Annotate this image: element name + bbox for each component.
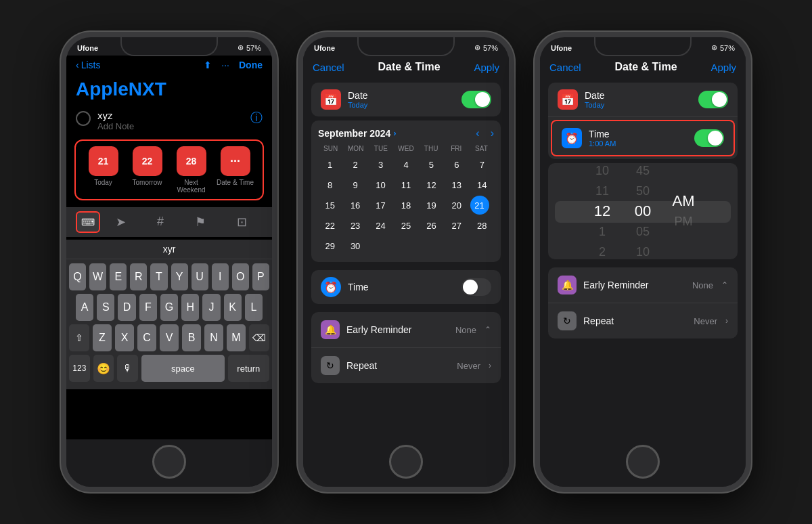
key-h[interactable]: H [181, 294, 199, 321]
key-l[interactable]: L [245, 294, 263, 321]
time-2: 12:30 AM [386, 43, 424, 53]
date-toggle-3[interactable] [698, 91, 728, 108]
key-space[interactable]: space [141, 355, 225, 382]
cancel-button-3[interactable]: Cancel [549, 62, 581, 73]
key-e[interactable]: E [110, 263, 127, 290]
key-a[interactable]: A [76, 294, 93, 321]
cal-day-15[interactable]: 15 [318, 196, 342, 215]
key-w[interactable]: W [89, 263, 106, 290]
apply-button-2[interactable]: Apply [474, 62, 499, 73]
key-shift[interactable]: ⇧ [69, 324, 89, 351]
cal-day-8[interactable]: 8 [318, 175, 342, 194]
picker-hour-3: 2 [582, 242, 623, 259]
cal-day-6[interactable]: 6 [445, 155, 468, 174]
time-toggle-3[interactable] [694, 129, 724, 147]
key-x[interactable]: X [115, 324, 134, 351]
key-j[interactable]: J [202, 294, 220, 321]
cal-day-21[interactable]: 21 [470, 196, 489, 215]
home-button-1[interactable] [152, 445, 186, 479]
more-icon[interactable]: ··· [221, 60, 229, 70]
cal-day-13[interactable]: 13 [445, 175, 468, 194]
cal-day-17[interactable]: 17 [369, 196, 392, 215]
cal-day-14[interactable]: 14 [470, 175, 494, 194]
cal-day-26[interactable]: 26 [420, 216, 443, 235]
key-m[interactable]: M [227, 324, 246, 351]
shortcut-tomorrow[interactable]: 22 Tomorrow [128, 146, 166, 194]
cal-day-1[interactable]: 1 [318, 155, 342, 174]
key-u[interactable]: U [191, 263, 208, 290]
screen-2: Cancel Date & Time Apply 📅 Date Today Se… [303, 56, 509, 439]
cal-day-9[interactable]: 9 [343, 175, 367, 194]
cal-day-7[interactable]: 7 [470, 155, 494, 174]
key-z[interactable]: Z [93, 324, 112, 351]
key-backspace[interactable]: ⌫ [249, 324, 269, 351]
cal-day-5[interactable]: 5 [420, 155, 443, 174]
shortcut-today[interactable]: 21 Today [84, 146, 122, 194]
share-icon[interactable]: ⬆ [204, 60, 212, 70]
send-icon[interactable]: ➤ [116, 215, 126, 230]
time-toggle-2[interactable] [461, 278, 491, 296]
repeat-row-2[interactable]: ↻ Repeat Never › [311, 348, 501, 383]
flag-icon[interactable]: ⚑ [195, 215, 206, 230]
time-row-3: ⏰ Time 1:00 AM [551, 120, 735, 156]
back-button-1[interactable]: ‹ Lists [76, 60, 100, 70]
key-return[interactable]: return [228, 355, 269, 382]
key-v[interactable]: V [160, 324, 179, 351]
key-r[interactable]: R [130, 263, 147, 290]
cal-day-3[interactable]: 3 [369, 155, 392, 174]
cal-day-11[interactable]: 11 [394, 175, 418, 194]
key-g[interactable]: G [160, 294, 178, 321]
cal-day-28[interactable]: 28 [470, 216, 494, 235]
cal-day-23[interactable]: 23 [343, 216, 367, 235]
cal-day-16[interactable]: 16 [343, 196, 367, 215]
cal-day-2[interactable]: 2 [343, 155, 367, 174]
cal-day-10[interactable]: 10 [369, 175, 392, 194]
key-d[interactable]: D [118, 294, 135, 321]
key-y[interactable]: Y [171, 263, 188, 290]
repeat-row-3[interactable]: ↻ Repeat Never › [548, 303, 738, 339]
camera-icon[interactable]: ⊡ [237, 215, 247, 230]
keyboard-icon[interactable]: ⌨ [76, 211, 100, 233]
key-q[interactable]: Q [69, 263, 86, 290]
done-button-1[interactable]: Done [239, 60, 263, 70]
apply-button-3[interactable]: Apply [710, 62, 736, 73]
cal-day-20[interactable]: 20 [445, 196, 468, 215]
cal-day-27[interactable]: 27 [445, 216, 468, 235]
key-o[interactable]: O [232, 263, 249, 290]
cal-next-btn[interactable]: › [491, 127, 494, 139]
shortcut-weekend[interactable]: 28 Next Weekend [172, 146, 210, 194]
key-n[interactable]: N [204, 324, 223, 351]
key-emoji[interactable]: 😊 [93, 355, 114, 382]
hashtag-icon[interactable]: # [157, 215, 164, 230]
cal-day-12[interactable]: 12 [420, 175, 443, 194]
cancel-button-2[interactable]: Cancel [313, 62, 344, 73]
key-f[interactable]: F [139, 294, 157, 321]
cal-day-30[interactable]: 30 [343, 236, 367, 255]
key-123[interactable]: 123 [69, 355, 90, 382]
info-icon-1[interactable]: ⓘ [250, 110, 263, 126]
cal-prev-btn[interactable]: ‹ [476, 127, 479, 139]
cal-day-4[interactable]: 4 [394, 155, 418, 174]
key-mic[interactable]: 🎙 [117, 355, 138, 382]
today-icon: 21 [89, 146, 118, 176]
cal-day-29[interactable]: 29 [318, 236, 342, 255]
cal-day-24[interactable]: 24 [369, 216, 392, 235]
key-c[interactable]: C [137, 324, 156, 351]
key-t[interactable]: T [150, 263, 167, 290]
shortcut-datetime[interactable]: ··· Date & Time [216, 146, 254, 194]
key-p[interactable]: P [252, 263, 269, 290]
cal-day-19[interactable]: 19 [420, 196, 443, 215]
cal-day-18[interactable]: 18 [394, 196, 418, 215]
date-toggle-2[interactable] [461, 91, 491, 108]
home-button-3[interactable] [626, 445, 660, 479]
reminder-circle-1[interactable] [76, 111, 91, 126]
key-b[interactable]: B [182, 324, 201, 351]
key-s[interactable]: S [97, 294, 114, 321]
key-k[interactable]: K [224, 294, 242, 321]
early-reminder-row-2[interactable]: 🔔 Early Reminder None ⌃ [311, 312, 501, 348]
home-button-2[interactable] [389, 445, 423, 479]
key-i[interactable]: I [212, 263, 229, 290]
cal-day-25[interactable]: 25 [394, 216, 418, 235]
cal-day-22[interactable]: 22 [318, 216, 342, 235]
early-reminder-row-3[interactable]: 🔔 Early Reminder None ⌃ [548, 267, 738, 303]
